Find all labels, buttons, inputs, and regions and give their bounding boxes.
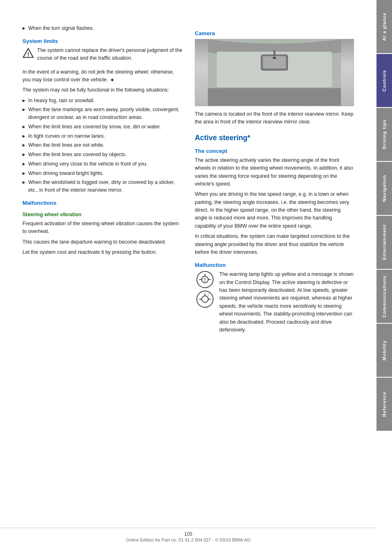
steering-vibration-subheading: Steering wheel vibration bbox=[22, 212, 183, 217]
bullet-triangle: ▶ bbox=[22, 26, 25, 31]
bullet-triangle: ▶ bbox=[22, 171, 25, 177]
bullet-triangle: ▶ bbox=[22, 152, 25, 158]
camera-image-inner bbox=[195, 39, 354, 106]
steering-vibration-p3: Let the system cool and reactivate it by… bbox=[22, 248, 183, 256]
sidebar-tab-entertainment[interactable]: Entertainment bbox=[376, 216, 392, 269]
concept-p3: In critical situations, the system can m… bbox=[195, 233, 354, 256]
page-footer: 105 Online Edition for Part no. 01 41 2 … bbox=[0, 528, 376, 543]
bullet-item: ▶ When driving toward bright lights. bbox=[22, 170, 183, 177]
sidebar-tab-at-glance[interactable]: At a glance bbox=[376, 0, 392, 53]
camera-heading: Camera bbox=[195, 30, 354, 36]
warning-triangle-icon: ! bbox=[22, 47, 34, 59]
malfunction-area: ! ! The warning lamp lights up yellow bbox=[195, 271, 354, 336]
page-number: 105 bbox=[184, 531, 192, 537]
right-column: Camera bbox=[195, 25, 354, 340]
svg-text:!: ! bbox=[27, 51, 29, 58]
system-limits-bullets: ▶ In heavy fog, rain or snowfall. ▶ When… bbox=[22, 97, 183, 194]
left-column: ▶ When the turn signal flashes. System l… bbox=[22, 25, 183, 340]
svg-text:!: ! bbox=[204, 277, 206, 283]
active-steering-heading: Active steering* bbox=[195, 134, 354, 142]
sidebar: At a glance Controls Driving tips Naviga… bbox=[376, 0, 392, 555]
steering-vibration-p1: Frequent activation of the steering whee… bbox=[22, 220, 183, 236]
bullet-item: ▶ In tight curves or on narrow lanes. bbox=[22, 132, 183, 140]
warning-p2: In the event of a warning, do not jerk t… bbox=[22, 68, 183, 84]
malfunction-description: The warning lamp lights up yellow and a … bbox=[219, 271, 354, 334]
sidebar-tab-communications[interactable]: Communications bbox=[376, 270, 392, 323]
malfunction-icons: ! ! bbox=[195, 271, 215, 308]
bullet-triangle: ▶ bbox=[22, 98, 25, 104]
bullet-item: ▶ When driving very close to the vehicle… bbox=[22, 160, 183, 168]
bullet-item: ▶ When the windshield is fogged over, di… bbox=[22, 179, 183, 194]
concept-p1: The active steering actively varies the … bbox=[195, 157, 354, 188]
bullet-triangle: ▶ bbox=[22, 107, 25, 113]
bullet-item: ▶ In heavy fog, rain or snowfall. bbox=[22, 97, 183, 105]
back-mark: ◄ bbox=[109, 77, 114, 83]
sidebar-tab-controls[interactable]: Controls bbox=[376, 54, 392, 107]
steering-exclamation-icon: ! bbox=[196, 290, 214, 308]
steering-warning-icon: ! bbox=[196, 271, 214, 289]
warning-box: ! The system cannot replace the driver's… bbox=[22, 47, 183, 65]
bullet-triangle: ▶ bbox=[22, 143, 25, 148]
svg-rect-7 bbox=[274, 50, 275, 56]
footer-text: Online Edition for Part no. 01 41 2 604 … bbox=[126, 537, 250, 542]
bullet-item: ▶ When the limit lines are covered by ob… bbox=[22, 151, 183, 159]
concept-p2: When you are driving in the low speed ra… bbox=[195, 190, 354, 230]
warning-text-content: The system cannot replace the driver's p… bbox=[37, 47, 183, 65]
sidebar-tab-driving-tips[interactable]: Driving tips bbox=[376, 108, 392, 161]
steering-vibration-p2: This causes the lane departure warning t… bbox=[22, 238, 183, 246]
svg-rect-3 bbox=[208, 88, 341, 106]
svg-text:!: ! bbox=[207, 293, 209, 298]
sidebar-tab-reference[interactable]: Reference bbox=[376, 378, 392, 431]
camera-image bbox=[195, 39, 354, 106]
warning-p3: The system may not be fully functional i… bbox=[22, 86, 183, 94]
bullet-triangle: ▶ bbox=[22, 161, 25, 167]
bullet-triangle: ▶ bbox=[22, 124, 25, 130]
bullet-triangle: ▶ bbox=[22, 134, 25, 139]
turn-signal-bullet: ▶ When the turn signal flashes. bbox=[22, 25, 183, 32]
bullet-item: ▶ When the limit lines are not white. bbox=[22, 141, 183, 149]
malfunctions-heading: Malfunctions bbox=[22, 200, 183, 206]
bullet-triangle: ▶ bbox=[22, 180, 25, 186]
camera-description: The camera is located on the front of th… bbox=[195, 110, 354, 126]
malfunction-subheading: Malfunction bbox=[195, 262, 354, 268]
bullet-item: ▶ When the lane markings are worn away, … bbox=[22, 106, 183, 121]
system-limits-heading: System limits bbox=[22, 38, 183, 44]
sidebar-tab-navigation[interactable]: Navigation bbox=[376, 162, 392, 215]
bullet-item: ▶ When the limit lines are covered by sn… bbox=[22, 123, 183, 131]
sidebar-tab-mobility[interactable]: Mobility bbox=[376, 324, 392, 377]
concept-subheading: The concept bbox=[195, 148, 354, 154]
